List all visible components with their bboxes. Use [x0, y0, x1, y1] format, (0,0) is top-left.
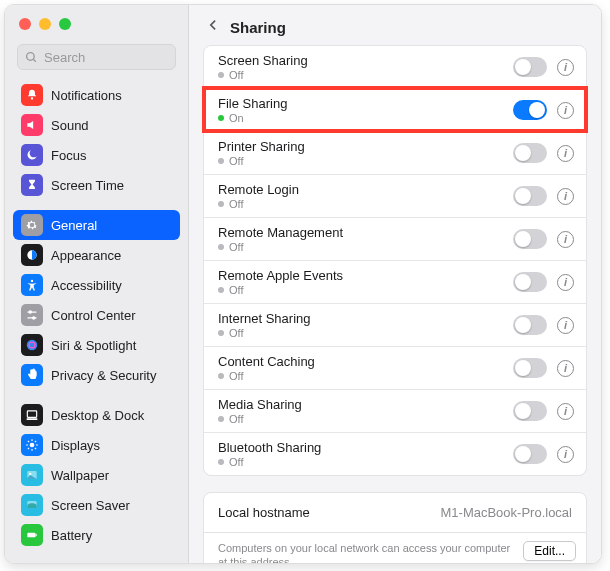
- status-dot-icon: [218, 373, 224, 379]
- search-input[interactable]: [17, 44, 176, 70]
- service-title: Bluetooth Sharing: [218, 440, 513, 455]
- toggle-switch[interactable]: [513, 186, 547, 206]
- sidebar-item-label: Wallpaper: [51, 468, 109, 483]
- service-status-text: On: [229, 112, 244, 124]
- sidebar-item-control-center[interactable]: Control Center: [13, 300, 180, 330]
- hostname-footer: Computers on your local network can acce…: [203, 533, 587, 563]
- service-status-text: Off: [229, 370, 243, 382]
- svg-line-19: [35, 448, 36, 449]
- svg-line-20: [28, 448, 29, 449]
- info-button[interactable]: i: [557, 446, 574, 463]
- sidebar-item-label: Battery: [51, 528, 92, 543]
- toggle-switch[interactable]: [513, 57, 547, 77]
- service-status-text: Off: [229, 413, 243, 425]
- sharing-services-list: Screen SharingOffiFile SharingOniPrinter…: [203, 45, 587, 476]
- status-dot-icon: [218, 330, 224, 336]
- battery-icon: [21, 524, 43, 546]
- sidebar-item-label: Notifications: [51, 88, 122, 103]
- panel-header: Sharing: [189, 5, 601, 45]
- service-title: Internet Sharing: [218, 311, 513, 326]
- moon-icon: [21, 144, 43, 166]
- service-row-file-sharing: File SharingOni: [204, 88, 586, 131]
- minimize-button[interactable]: [39, 18, 51, 30]
- svg-point-13: [30, 443, 35, 448]
- sliders-icon: [21, 304, 43, 326]
- toggle-switch[interactable]: [513, 444, 547, 464]
- close-button[interactable]: [19, 18, 31, 30]
- svg-line-1: [33, 59, 36, 62]
- info-button[interactable]: i: [557, 403, 574, 420]
- service-title: Remote Apple Events: [218, 268, 513, 283]
- sidebar-item-label: Screen Saver: [51, 498, 130, 513]
- toggle-switch[interactable]: [513, 143, 547, 163]
- service-title: Remote Login: [218, 182, 513, 197]
- service-status-text: Off: [229, 198, 243, 210]
- service-row-bluetooth-sharing: Bluetooth SharingOffi: [204, 432, 586, 475]
- sidebar-item-label: Control Center: [51, 308, 136, 323]
- panel-title: Sharing: [230, 19, 286, 36]
- service-status: Off: [218, 370, 513, 382]
- service-row-remote-apple-events: Remote Apple EventsOffi: [204, 260, 586, 303]
- service-status: Off: [218, 198, 513, 210]
- sidebar-item-label: Screen Time: [51, 178, 124, 193]
- service-row-internet-sharing: Internet SharingOffi: [204, 303, 586, 346]
- service-status: Off: [218, 284, 513, 296]
- service-row-media-sharing: Media SharingOffi: [204, 389, 586, 432]
- sidebar-item-privacy-security[interactable]: Privacy & Security: [13, 360, 180, 390]
- sidebar-item-screen-saver[interactable]: Screen Saver: [13, 490, 180, 520]
- service-status: Off: [218, 413, 513, 425]
- maximize-button[interactable]: [59, 18, 71, 30]
- sidebar-item-displays[interactable]: Displays: [13, 430, 180, 460]
- sidebar-item-label: Sound: [51, 118, 89, 133]
- sidebar-item-desktop-dock[interactable]: Desktop & Dock: [13, 400, 180, 430]
- status-dot-icon: [218, 416, 224, 422]
- service-status: Off: [218, 155, 513, 167]
- edit-button[interactable]: Edit...: [523, 541, 576, 561]
- status-dot-icon: [218, 158, 224, 164]
- sidebar-item-appearance[interactable]: Appearance: [13, 240, 180, 270]
- sidebar-item-notifications[interactable]: Notifications: [13, 80, 180, 110]
- status-dot-icon: [218, 201, 224, 207]
- sidebar-item-siri-spotlight[interactable]: Siri & Spotlight: [13, 330, 180, 360]
- service-status: Off: [218, 69, 513, 81]
- service-title: Screen Sharing: [218, 53, 513, 68]
- status-dot-icon: [218, 72, 224, 78]
- info-button[interactable]: i: [557, 231, 574, 248]
- sidebar-item-general[interactable]: General: [13, 210, 180, 240]
- service-title: File Sharing: [218, 96, 513, 111]
- info-button[interactable]: i: [557, 102, 574, 119]
- sidebar-item-battery[interactable]: Battery: [13, 520, 180, 550]
- svg-point-23: [29, 473, 31, 475]
- sidebar-item-wallpaper[interactable]: Wallpaper: [13, 460, 180, 490]
- info-button[interactable]: i: [557, 145, 574, 162]
- info-button[interactable]: i: [557, 188, 574, 205]
- back-button[interactable]: [207, 17, 220, 37]
- sidebar-item-label: General: [51, 218, 97, 233]
- service-row-remote-management: Remote ManagementOffi: [204, 217, 586, 260]
- info-button[interactable]: i: [557, 59, 574, 76]
- appearance-icon: [21, 244, 43, 266]
- info-button[interactable]: i: [557, 274, 574, 291]
- sidebar-item-screen-time[interactable]: Screen Time: [13, 170, 180, 200]
- info-button[interactable]: i: [557, 360, 574, 377]
- service-title: Remote Management: [218, 225, 513, 240]
- sidebar-item-accessibility[interactable]: Accessibility: [13, 270, 180, 300]
- svg-point-0: [27, 53, 35, 61]
- service-status: On: [218, 112, 513, 124]
- svg-line-21: [35, 441, 36, 442]
- toggle-switch[interactable]: [513, 229, 547, 249]
- toggle-switch[interactable]: [513, 100, 547, 120]
- svg-line-18: [28, 441, 29, 442]
- toggle-switch[interactable]: [513, 401, 547, 421]
- service-status-text: Off: [229, 69, 243, 81]
- toggle-switch[interactable]: [513, 358, 547, 378]
- hand-icon: [21, 364, 43, 386]
- sidebar-item-focus[interactable]: Focus: [13, 140, 180, 170]
- info-button[interactable]: i: [557, 317, 574, 334]
- toggle-switch[interactable]: [513, 315, 547, 335]
- sidebar-list: NotificationsSoundFocusScreen TimeGenera…: [5, 80, 188, 563]
- sidebar-item-lock-screen[interactable]: Lock Screen: [13, 560, 180, 563]
- svg-point-9: [27, 340, 38, 351]
- sidebar-item-sound[interactable]: Sound: [13, 110, 180, 140]
- toggle-switch[interactable]: [513, 272, 547, 292]
